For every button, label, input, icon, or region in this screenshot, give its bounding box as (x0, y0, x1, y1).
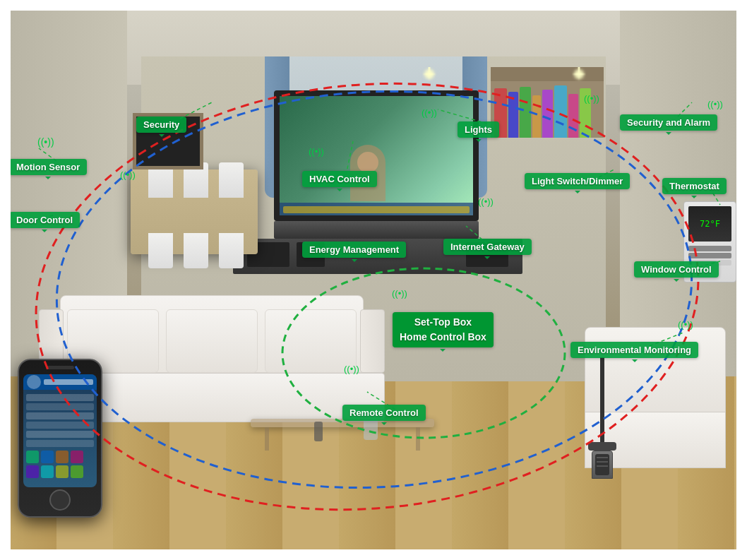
dining-chair-5 (184, 233, 208, 268)
wifi-icon-7: ((•)) (478, 196, 494, 207)
label-window-control: Window Control (634, 261, 719, 278)
label-motion-sensor: Motion Sensor (9, 159, 87, 175)
tv-screen (274, 90, 479, 221)
label-security: Security (136, 117, 186, 133)
bookshelf-top (491, 67, 604, 81)
label-environmental-monitoring: Environmental Monitoring (570, 342, 698, 358)
dining-chair-4 (148, 233, 173, 268)
label-remote-control: Remote Control (342, 405, 426, 421)
label-internet-gateway: Internet Gateway (443, 239, 532, 255)
mobile-phone (18, 359, 102, 518)
wifi-icon-3: ((•)) (309, 146, 324, 157)
ceiling-light-1 (422, 67, 436, 81)
label-hvac-control: HVAC Control (302, 171, 377, 187)
tv-stand (274, 221, 479, 239)
wifi-icon-9: ((•)) (344, 364, 359, 374)
wifi-icon-4: ((•)) (422, 107, 437, 118)
label-thermostat: Thermostat (662, 178, 727, 194)
dining-chair-6 (219, 233, 244, 268)
wifi-icon-6: ((•)) (707, 99, 723, 109)
bookshelf (491, 81, 604, 138)
label-security-alarm: Security and Alarm (620, 114, 717, 131)
label-light-switch: Light Switch/Dimmer (525, 173, 630, 189)
wifi-icon-10: ((•)) (678, 319, 693, 330)
wifi-icon-5: ((•)) (584, 93, 599, 104)
coffee-table (251, 419, 434, 451)
ceiling-light-2 (572, 67, 586, 81)
smart-home-scene: 72°F (0, 0, 747, 560)
wifi-icon-2: ((•)) (120, 169, 136, 180)
label-energy-management: Energy Management (302, 242, 406, 258)
label-door-control: Door Control (9, 212, 80, 228)
dining-chair-3 (219, 162, 244, 198)
label-set-top-box: Set-Top Box Home Control Box (393, 312, 494, 347)
wifi-icon-8: ((•)) (392, 288, 407, 299)
label-lights: Lights (458, 121, 499, 138)
wifi-icon-1: ((•)) (37, 136, 54, 148)
